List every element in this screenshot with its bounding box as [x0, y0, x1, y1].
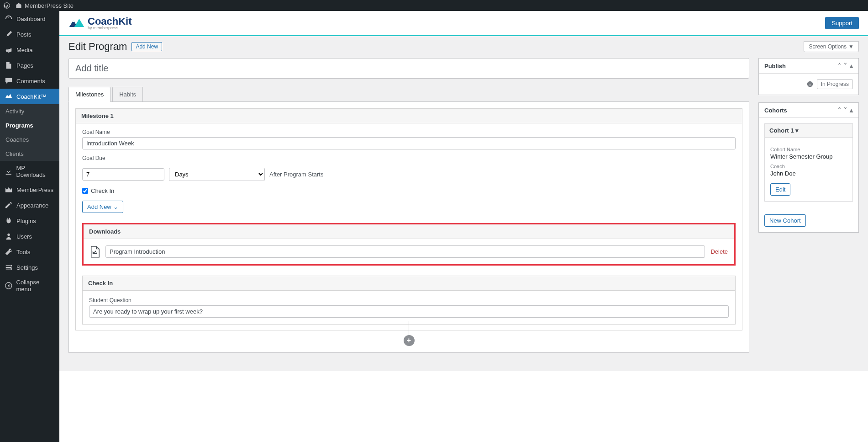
sidebar-sub-activity[interactable]: Activity — [0, 104, 59, 118]
downloads-header: Downloads — [84, 224, 734, 239]
admin-bar: MemberPress Site — [0, 0, 868, 11]
sidebar-item-memberpress[interactable]: MemberPress — [0, 182, 59, 197]
site-link[interactable]: MemberPress Site — [16, 2, 79, 9]
pdf-file-icon — [90, 246, 100, 258]
sidebar-sub-coaches[interactable]: Coaches — [0, 133, 59, 147]
publish-title: Publish — [764, 63, 786, 69]
add-new-program-button[interactable]: Add New — [132, 42, 162, 51]
tab-habits[interactable]: Habits — [112, 87, 143, 101]
svg-point-3 — [11, 265, 12, 267]
sidebar-item-tools[interactable]: Tools — [0, 244, 59, 260]
program-title-input[interactable] — [68, 58, 749, 79]
milestone-1-box: Milestone 1 Goal Name Goal Due — [75, 108, 742, 330]
student-question-input[interactable] — [89, 305, 729, 318]
chevron-down-icon: ▼ — [848, 43, 854, 50]
sidebar-item-mp-downloads[interactable]: MP Downloads — [0, 161, 59, 182]
student-question-label: Student Question — [89, 297, 729, 304]
check-in-label: Check In — [91, 187, 114, 194]
cohorts-title: Cohorts — [764, 107, 787, 114]
coachkit-header: CoachKit by memberpress Support — [59, 11, 868, 36]
sidebar-sub-programs[interactable]: Programs — [0, 118, 59, 133]
download-file-input[interactable] — [105, 245, 705, 258]
cohort-1-box: Cohort 1 ▾ Cohort Name Winter Semester G… — [764, 123, 853, 202]
sidebar-item-collapse[interactable]: Collapse menu — [0, 275, 59, 296]
svg-point-1 — [6, 49, 8, 52]
sidebar-item-settings[interactable]: Settings — [0, 260, 59, 275]
sidebar-item-users[interactable]: Users — [0, 229, 59, 244]
svg-point-2 — [7, 234, 10, 236]
svg-text:i: i — [809, 82, 810, 87]
goal-name-label: Goal Name — [82, 129, 736, 135]
sidebar-item-coachkit[interactable]: CoachKit™ — [0, 89, 59, 104]
add-new-milestone-button[interactable]: Add New ⌄ — [82, 201, 123, 213]
sidebar-item-plugins[interactable]: Plugins — [0, 213, 59, 229]
edit-cohort-button[interactable]: Edit — [770, 183, 790, 196]
cohort-name-label: Cohort Name — [770, 147, 847, 152]
panel-up-icon[interactable]: ˄ — [838, 62, 841, 69]
add-milestone-button[interactable]: + — [404, 335, 415, 346]
sidebar-item-appearance[interactable]: Appearance — [0, 197, 59, 213]
sidebar-item-dashboard[interactable]: Dashboard — [0, 11, 59, 27]
goal-due-number-input[interactable] — [82, 168, 164, 181]
cohorts-panel: Cohorts ˄ ˅ ▴ Cohort 1 ▾ Coho — [758, 102, 859, 233]
svg-point-4 — [11, 268, 12, 270]
after-program-text: After Program Starts — [269, 171, 323, 178]
downloads-block: Downloads — [82, 223, 736, 266]
screen-options-toggle[interactable]: Screen Options ▼ — [804, 41, 859, 52]
panel-down-icon[interactable]: ˅ — [844, 62, 847, 69]
admin-sidebar: Dashboard Posts Media Pages Comments Coa… — [0, 11, 59, 442]
info-icon: i — [807, 81, 813, 87]
checkin-block: Check In Student Question — [82, 276, 736, 325]
goal-name-input[interactable] — [82, 137, 736, 149]
publish-panel: Publish ˄ ˅ ▴ i — [758, 58, 859, 95]
coach-value: John Doe — [770, 170, 847, 177]
goal-due-unit-select[interactable]: Days — [169, 168, 265, 181]
panel-up-icon[interactable]: ˄ — [838, 107, 841, 114]
panel-down-icon[interactable]: ˅ — [844, 107, 847, 114]
sidebar-item-posts[interactable]: Posts — [0, 27, 59, 42]
sidebar-item-media[interactable]: Media — [0, 42, 59, 58]
goal-due-label: Goal Due — [82, 155, 736, 161]
tabs: Milestones Habits — [68, 87, 749, 102]
milestone-header: Milestone 1 — [76, 109, 742, 123]
new-cohort-button[interactable]: New Cohort — [764, 214, 806, 227]
svg-point-6 — [73, 21, 74, 22]
coachkit-logo: CoachKit by memberpress — [68, 16, 132, 30]
milestones-panel: Milestone 1 Goal Name Goal Due — [68, 102, 749, 353]
panel-toggle-icon[interactable]: ▴ — [850, 107, 853, 114]
sidebar-item-comments[interactable]: Comments — [0, 73, 59, 89]
cohort-1-toggle[interactable]: Cohort 1 ▾ — [765, 124, 852, 138]
tab-milestones[interactable]: Milestones — [68, 87, 110, 102]
page-title: Edit Program — [68, 41, 127, 53]
sidebar-sub-clients[interactable]: Clients — [0, 147, 59, 161]
panel-toggle-icon[interactable]: ▴ — [850, 62, 853, 69]
content-area: CoachKit by memberpress Support Edit Pro… — [59, 11, 868, 442]
sidebar-item-pages[interactable]: Pages — [0, 58, 59, 73]
check-in-checkbox[interactable] — [82, 188, 88, 194]
wp-logo-icon[interactable] — [4, 2, 10, 9]
delete-download-link[interactable]: Delete — [710, 248, 728, 255]
sidebar-sub: Activity Programs Coaches Clients — [0, 104, 59, 161]
checkin-header: Check In — [83, 276, 735, 291]
site-name: MemberPress Site — [25, 2, 74, 9]
chevron-down-icon: ⌄ — [113, 203, 118, 210]
status-badge: In Progress — [817, 79, 853, 89]
support-button[interactable]: Support — [825, 17, 859, 29]
coach-label: Coach — [770, 164, 847, 169]
cohort-name-value: Winter Semester Group — [770, 153, 847, 160]
